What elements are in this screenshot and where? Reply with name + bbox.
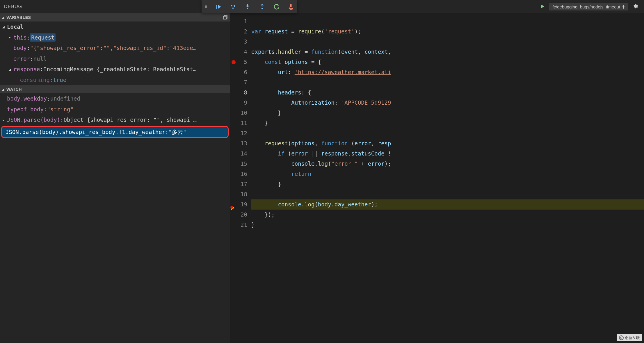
- watch-tree: body.weekday: undefined typeof body: "st…: [0, 93, 230, 343]
- current-execution-icon: [231, 206, 234, 210]
- chevron-right-icon: ▸: [2, 117, 7, 123]
- variable-row[interactable]: error: null: [0, 53, 230, 64]
- start-debug-button[interactable]: [539, 4, 547, 10]
- svg-point-3: [261, 8, 263, 9]
- watch-value: Object {showapi_res_error: "", showapi_…: [63, 116, 197, 124]
- watch-row-selected[interactable]: JSON.parse(body).showapi_res_body.f1.day…: [1, 126, 229, 138]
- code-content[interactable]: var request = require('request'); export…: [251, 13, 644, 343]
- code-editor[interactable]: 1234567 8 9101112131415 161718192021 var…: [230, 13, 644, 343]
- chevron-down-icon: ◢: [2, 87, 5, 91]
- watch-section-header[interactable]: ◢ WATCH: [0, 85, 230, 93]
- chevron-down-icon: ◢: [9, 67, 13, 72]
- watch-title: WATCH: [6, 87, 22, 92]
- variable-value: "{"showapi_res_error":"","showapi_res_id…: [30, 44, 196, 52]
- breakpoint-icon[interactable]: [232, 60, 236, 64]
- debug-controls-toolbar: ⠿: [202, 0, 297, 13]
- variable-row[interactable]: ▸ this: Request: [0, 32, 230, 43]
- watch-row[interactable]: typeof body: "string": [0, 104, 230, 115]
- watch-row[interactable]: body.weekday: undefined: [0, 93, 230, 104]
- step-over-button[interactable]: [230, 3, 236, 10]
- variable-value: true: [53, 76, 66, 84]
- debug-config-name: fc/debugging_bugs/nodejs_timeout: [552, 4, 620, 9]
- step-out-button[interactable]: [259, 3, 265, 10]
- continue-button[interactable]: [215, 3, 222, 10]
- collapse-all-icon[interactable]: [223, 15, 228, 21]
- variable-row[interactable]: body: "{"showapi_res_error":"","showapi_…: [0, 43, 230, 53]
- debug-sidebar: ◢ VARIABLES ◢ Local ▸ this: Request: [0, 13, 230, 343]
- watermark: C 创新互联: [617, 334, 642, 341]
- svg-point-1: [232, 8, 234, 9]
- svg-rect-6: [223, 16, 226, 19]
- scope-name: Local: [7, 23, 24, 31]
- variable-value: null: [33, 55, 47, 63]
- disconnect-button[interactable]: [288, 3, 294, 10]
- select-updown-icon: ▲▼: [622, 5, 625, 8]
- drag-handle-icon[interactable]: ⠿: [204, 4, 207, 9]
- debug-title: DEBUG: [4, 4, 22, 9]
- variables-tree: ◢ Local ▸ this: Request body: "{"showapi…: [0, 22, 230, 85]
- watch-value: "多云": [169, 128, 186, 136]
- chevron-down-icon: ◢: [2, 16, 5, 19]
- restart-button[interactable]: [273, 3, 280, 10]
- variable-value: Request: [30, 33, 56, 42]
- variable-row[interactable]: ◢ response: IncomingMessage {_readableSt…: [0, 64, 230, 75]
- svg-rect-5: [291, 4, 292, 7]
- chevron-right-icon: ▸: [9, 35, 13, 40]
- variables-title: VARIABLES: [6, 15, 31, 20]
- variable-value: IncomingMessage {_readableState: Readabl…: [43, 65, 196, 74]
- watch-row[interactable]: ▸ JSON.parse(body): Object {showapi_res_…: [0, 115, 230, 125]
- variable-row[interactable]: consuming: true: [0, 75, 230, 85]
- breakpoint-gutter[interactable]: [230, 13, 237, 343]
- svg-rect-4: [290, 4, 291, 7]
- step-into-button[interactable]: [244, 3, 251, 10]
- watch-value: "string": [47, 105, 74, 114]
- scope-local[interactable]: ◢ Local: [0, 22, 230, 32]
- variables-section-header[interactable]: ◢ VARIABLES: [0, 13, 230, 22]
- gear-icon[interactable]: [631, 3, 640, 10]
- watch-value: undefined: [50, 94, 80, 103]
- debug-config-select[interactable]: fc/debugging_bugs/nodejs_timeout ▲▼: [549, 3, 628, 10]
- line-numbers: 1234567 8 9101112131415 161718192021: [237, 13, 251, 343]
- svg-point-2: [247, 8, 248, 9]
- debug-topbar: DEBUG fc/debugging_bugs/nodejs_timeout ▲…: [0, 0, 644, 13]
- chevron-down-icon: ◢: [2, 24, 7, 30]
- svg-rect-0: [216, 5, 217, 9]
- watermark-icon: C: [619, 335, 624, 340]
